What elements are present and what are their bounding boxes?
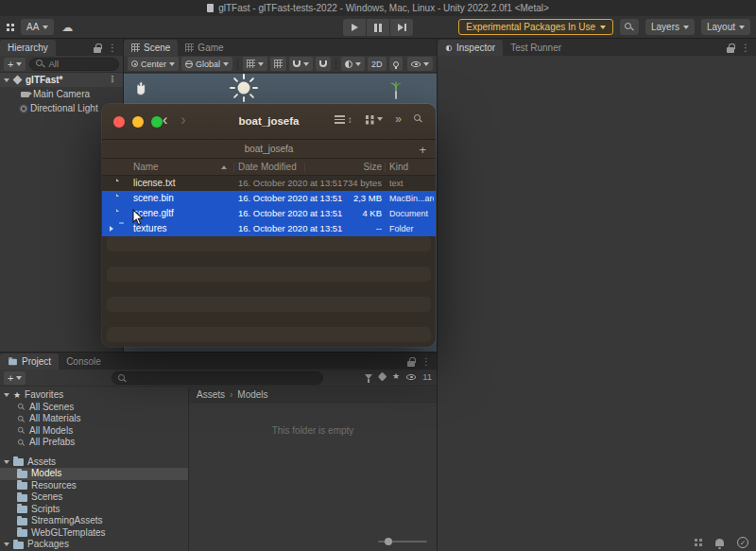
search-by-type-icon[interactable] [365, 374, 372, 379]
project-tab-icon [9, 359, 17, 365]
add-object-button[interactable]: + [4, 58, 26, 71]
slider-thumb[interactable] [385, 538, 392, 545]
eye-icon [411, 61, 421, 67]
packages-section-row[interactable]: Packages [0, 539, 188, 551]
folder-scenes[interactable]: Scenes [0, 491, 188, 504]
mouse-cursor [131, 209, 144, 231]
progress-check-icon[interactable]: ✓ [737, 537, 748, 548]
folder-resources[interactable]: Resources [0, 480, 188, 492]
column-divider[interactable] [233, 163, 234, 172]
folder-streamingassets[interactable]: StreamingAssets [0, 515, 188, 527]
disclosure-triangle-icon[interactable] [110, 226, 113, 232]
file-size: 4 KB [312, 206, 382, 221]
lock-icon[interactable] [407, 361, 415, 367]
search-button[interactable] [620, 19, 639, 35]
orientation-dropdown[interactable]: Global [181, 57, 232, 71]
tab-game[interactable]: Game [178, 40, 231, 56]
group-by-control[interactable] [365, 114, 384, 124]
column-divider[interactable] [304, 163, 305, 172]
unity-scene-icon [13, 76, 23, 85]
notification-bell-icon[interactable] [715, 539, 724, 546]
tab-test-runner[interactable]: Test Runner [503, 40, 569, 56]
file-row-textures[interactable]: textures 16. October 2020 at 13:51 -- Fo… [102, 221, 436, 236]
folder-scripts[interactable]: Scripts [0, 504, 188, 516]
hierarchy-item-main-camera[interactable]: Main Camera [0, 87, 123, 101]
kebab-menu-icon[interactable]: ⋮ [741, 43, 750, 53]
render-mode-button[interactable] [341, 57, 365, 71]
scene-root-row[interactable]: glTFast* ⋮ [0, 73, 123, 87]
collapse-arrow-icon[interactable] [4, 542, 9, 546]
file-row-scene-bin[interactable]: scene.bin 16. October 2020 at 13:51 2,3 … [102, 191, 436, 206]
breadcrumb-current[interactable]: Models [237, 389, 267, 400]
chevron-down-icon [377, 117, 383, 121]
column-divider[interactable] [385, 163, 386, 172]
favorite-all-scenes[interactable]: All Scenes [0, 402, 188, 414]
pivot-dropdown[interactable]: Center [128, 57, 179, 71]
search-by-label-icon[interactable] [378, 372, 387, 382]
hidden-count-eye-icon[interactable] [406, 374, 416, 380]
scene-visibility-button[interactable] [407, 57, 433, 71]
step-button[interactable] [390, 19, 413, 36]
grid-visibility-button[interactable] [243, 57, 267, 71]
chevron-down-icon [223, 62, 229, 66]
assets-section-row[interactable]: Assets [0, 456, 188, 469]
lock-icon[interactable] [94, 47, 101, 53]
favorite-all-materials[interactable]: All Materials [0, 413, 188, 425]
favorite-all-models[interactable]: All Models [0, 425, 188, 438]
snap-increment-button[interactable] [316, 57, 331, 71]
kebab-menu-icon[interactable]: ⋮ [108, 75, 117, 84]
add-button[interactable]: + [419, 143, 426, 157]
view-mode-control[interactable]: ↕ [335, 114, 352, 125]
collapse-arrow-icon[interactable] [4, 460, 9, 464]
cloud-icon[interactable]: ☁ [61, 22, 73, 33]
lighting-toggle-button[interactable] [389, 57, 403, 71]
tab-project[interactable]: Project [0, 353, 59, 370]
tab-inspector[interactable]: Inspector [438, 40, 503, 56]
unity-window: glTFast - glTFast-tests-2022 - Windows, … [0, 0, 756, 551]
assets-label: Assets [27, 456, 56, 469]
collapse-arrow-icon[interactable] [4, 78, 9, 82]
folder-models[interactable]: Models [0, 468, 188, 480]
breadcrumb-root[interactable]: Assets [197, 389, 225, 400]
lock-icon[interactable] [727, 47, 734, 53]
play-button[interactable] [343, 19, 366, 36]
hierarchy-tab-label: Hierarchy [8, 43, 48, 53]
tab-scene[interactable]: Scene [124, 40, 178, 56]
kebab-menu-icon[interactable]: ⋮ [421, 357, 431, 367]
thumbnail-zoom-slider[interactable] [378, 541, 427, 542]
services-grid-icon[interactable] [7, 24, 9, 26]
layout-dropdown[interactable]: Layout [701, 19, 750, 35]
activity-grid-icon[interactable] [695, 539, 697, 542]
list-view-icon [335, 115, 345, 124]
tab-console[interactable]: Console [59, 353, 109, 370]
hierarchy-search-input[interactable]: All [29, 58, 119, 71]
grid-snap-button[interactable] [270, 57, 286, 71]
account-button[interactable]: AA [21, 19, 54, 35]
kebab-menu-icon[interactable]: ⋮ [108, 43, 117, 53]
tab-hierarchy[interactable]: Hierarchy [0, 40, 56, 56]
column-header-name[interactable]: Name [133, 162, 159, 172]
finder-search-icon[interactable] [414, 114, 424, 125]
favorites-section-row[interactable]: ★ Favorites [0, 389, 188, 402]
saved-search-star-icon[interactable]: ★ [392, 372, 400, 381]
2d-toggle-button[interactable]: 2D [368, 57, 387, 71]
column-header-size[interactable]: Size [312, 162, 382, 172]
snap-toggle-button[interactable] [289, 57, 313, 71]
pause-button[interactable] [367, 19, 389, 36]
collapse-arrow-icon[interactable] [4, 393, 9, 397]
column-header-kind[interactable]: Kind [389, 162, 408, 172]
folder-icon [17, 506, 27, 513]
column-header-date[interactable]: Date Modified [238, 162, 297, 172]
experimental-packages-button[interactable]: Experimental Packages In Use [458, 19, 613, 35]
add-asset-button[interactable]: + [4, 371, 26, 385]
hierarchy-item-label: Directional Light [30, 103, 98, 113]
layers-dropdown[interactable]: Layers [645, 19, 695, 35]
finder-title-bar[interactable]: ‹ › boat_josefa ↕ » [102, 104, 436, 140]
folder-webgltemplates[interactable]: WebGLTemplates [0, 527, 188, 540]
project-search-input[interactable] [112, 371, 323, 385]
file-row-license[interactable]: license.txt 16. October 2020 at 13:51 73… [102, 176, 436, 191]
chevron-down-icon [739, 26, 745, 29]
file-row-scene-gltf[interactable]: scene.gltf 16. October 2020 at 13:51 4 K… [102, 206, 436, 221]
favorite-all-prefabs[interactable]: All Prefabs [0, 437, 188, 449]
toolbar-overflow-button[interactable]: » [395, 113, 402, 125]
